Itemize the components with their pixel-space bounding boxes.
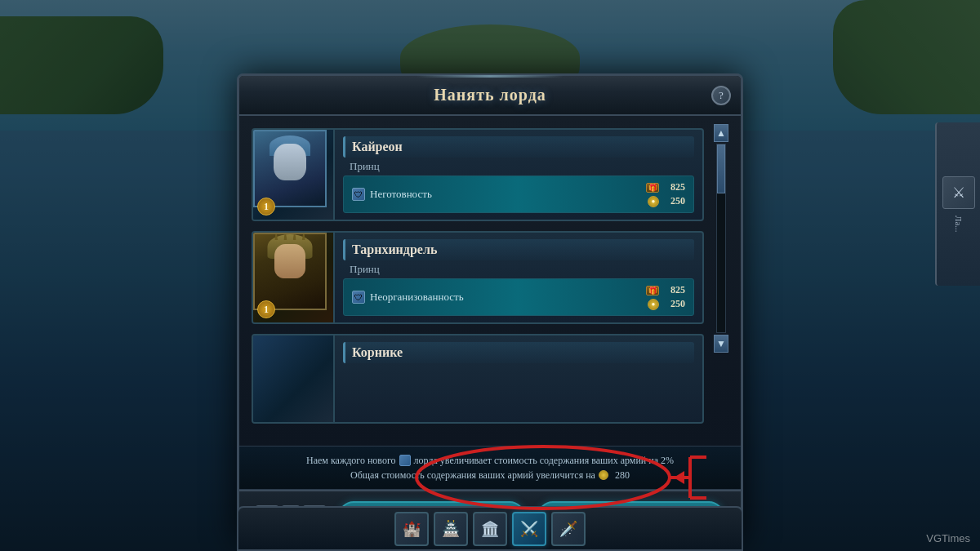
cost-resources-1: 825	[662, 181, 685, 193]
info-line-1-row: Наем каждого нового лорда увеличивает ст…	[252, 453, 728, 468]
dialog-content: 1 Кайреон Принц 🛡 Неготовность 🎁 82	[239, 116, 741, 446]
lord-avatar-3	[253, 335, 335, 422]
lord-info-1: Кайреон Принц 🛡 Неготовность 🎁 825	[335, 130, 702, 220]
cost-item-gold-1: ● 250	[648, 195, 685, 207]
lord-avatar-art-2	[253, 233, 327, 310]
toolbar-btn-1[interactable]: 🏰	[394, 512, 429, 546]
lord-name-2: Тарнхиндрель	[343, 239, 694, 260]
info-text-1-prefix: Наем каждого нового	[306, 453, 396, 468]
scroll-thumb[interactable]	[717, 144, 725, 193]
cost-gold-2: 250	[662, 298, 685, 310]
toolbar-btn-2[interactable]: 🏯	[434, 512, 468, 546]
info-bar: Наем каждого нового лорда увеличивает ст…	[239, 446, 741, 490]
lord-avatar-1: 1	[253, 130, 335, 220]
lord-list: 1 Кайреон Принц 🛡 Неготовность 🎁 82	[252, 128, 728, 424]
lord-level-badge-1: 1	[257, 198, 275, 216]
spike-2	[283, 233, 287, 240]
lord-name-1: Кайреон	[343, 136, 694, 158]
scroll-down-button[interactable]: ▼	[714, 335, 728, 353]
spike-3	[293, 233, 296, 240]
lord-name-3: Корнике	[343, 342, 694, 363]
toolbar-btn-5[interactable]: 🗡️	[551, 512, 586, 546]
watermark: VGTimes	[926, 532, 970, 544]
scroll-track	[716, 144, 726, 333]
lord-avatar-2: 1	[253, 233, 335, 322]
help-button[interactable]: ?	[711, 86, 731, 105]
coin-icon-1: ●	[648, 196, 659, 207]
toolbar-btn-4[interactable]: ⚔️	[512, 512, 546, 546]
lord-info-2: Тарнхиндрель Принц 🛡 Неорганизованность …	[335, 233, 702, 322]
lord-status-row-1: 🛡 Неготовность 🎁 825 ● 250	[343, 176, 694, 213]
side-panel-right: ⚔ Ла...	[935, 122, 980, 286]
status-text-1: Неготовность	[370, 188, 432, 201]
status-text-2: Неорганизованность	[370, 291, 464, 304]
cost-gold-1: 250	[662, 195, 685, 207]
status-left-2: 🛡 Неорганизованность	[352, 291, 464, 304]
cost-group-2: 🎁 825 ● 250	[646, 284, 685, 310]
spike-4	[302, 233, 305, 240]
info-cost-value: 280	[615, 468, 630, 482]
lord-level-badge-2: 1	[257, 300, 275, 318]
lord-title-2: Принц	[343, 260, 694, 278]
coin-icon-info	[599, 470, 608, 480]
cost-item-resources-2: 🎁 825	[646, 284, 685, 296]
lord-card-2[interactable]: 1 Тарнхиндрель Принц 🛡 Неорганизованност…	[252, 231, 704, 324]
info-line-2-row: Общая стоимость содержания ваших армий у…	[252, 468, 728, 482]
bottom-toolbar: 🏰 🏯 🏛️ ⚔️ 🗡️	[237, 506, 743, 551]
cost-item-gold-2: ● 250	[648, 298, 685, 310]
scroll-up-button[interactable]: ▲	[714, 124, 728, 142]
status-icon-2: 🛡	[352, 291, 365, 304]
coin-icon-2: ●	[648, 299, 659, 310]
cost-group-1: 🎁 825 ● 250	[646, 181, 685, 207]
lord-card-1[interactable]: 1 Кайреон Принц 🛡 Неготовность 🎁 82	[252, 128, 704, 221]
lord-icon-small	[399, 455, 411, 466]
avatar-spikes-2	[272, 233, 309, 240]
info-text-1-suffix: лорда увеличивает стоимость содержания в…	[414, 453, 674, 468]
info-text-2-prefix: Общая стоимость содержания ваших армий у…	[350, 468, 595, 482]
lord-info-3: Корнике	[335, 335, 702, 422]
cost-item-resources-1: 🎁 825	[646, 181, 685, 193]
dialog-title: Нанять лорда	[434, 86, 546, 104]
hire-lord-dialog: Нанять лорда ? 1 Кайреон Принц	[237, 73, 743, 544]
status-left-1: 🛡 Неготовность	[352, 188, 432, 201]
side-panel-item[interactable]: ⚔	[942, 176, 975, 209]
avatar-face-1	[274, 144, 306, 180]
status-icon-1: 🛡	[352, 188, 365, 201]
spike-1	[274, 233, 278, 240]
side-panel-label: Ла...	[954, 216, 964, 233]
toolbar-btn-3[interactable]: 🏛️	[473, 512, 507, 546]
chest-icon-2: 🎁	[646, 286, 659, 295]
dialog-title-bar: Нанять лорда ?	[239, 76, 741, 116]
lord-card-3-partial[interactable]: Корнике	[252, 334, 704, 424]
chest-icon-1: 🎁	[646, 183, 659, 193]
scroll-bar: ▲ ▼	[714, 124, 728, 353]
lord-status-row-2: 🛡 Неорганизованность 🎁 825 ● 250	[343, 278, 694, 316]
lord-avatar-art-1	[253, 130, 327, 207]
lord-title-1: Принц	[343, 158, 694, 176]
cost-resources-2: 825	[662, 284, 685, 296]
avatar-face-2	[274, 244, 305, 278]
